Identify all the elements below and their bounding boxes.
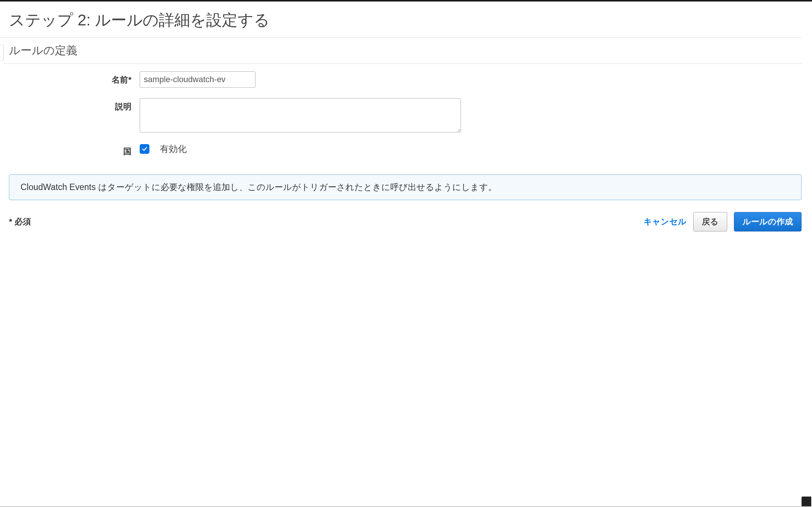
page-title: ステップ 2: ルールの詳細を設定する — [0, 1, 802, 38]
name-input[interactable] — [140, 71, 255, 88]
footer: * 必須 キャンセル 戻る ルールの作成 — [0, 208, 812, 231]
row-name: 名前* — [9, 71, 803, 88]
section-title-text: ルールの定義 — [9, 44, 77, 56]
row-description: 説明 — [9, 98, 803, 133]
info-banner: CloudWatch Events はターゲットに必要な権限を追加し、このルール… — [9, 174, 802, 200]
state-checkbox[interactable] — [140, 144, 149, 154]
cancel-link[interactable]: キャンセル — [644, 216, 687, 227]
state-enabled-label: 有効化 — [160, 143, 187, 155]
section-rule-definition: ルールの定義 — [4, 38, 802, 64]
check-icon — [142, 146, 148, 152]
label-state: 国 — [9, 143, 140, 157]
create-rule-button[interactable]: ルールの作成 — [734, 212, 802, 231]
label-description: 説明 — [9, 98, 140, 112]
row-state: 国 有効化 — [9, 143, 803, 157]
description-textarea[interactable] — [140, 98, 461, 133]
action-buttons: キャンセル 戻る ルールの作成 — [644, 212, 802, 231]
label-name: 名前* — [9, 71, 140, 85]
back-button[interactable]: 戻る — [693, 212, 727, 231]
required-note: * 必須 — [9, 216, 31, 227]
rule-definition-form: 名前* 説明 国 有効化 — [0, 64, 812, 171]
scroll-corner — [802, 497, 811, 507]
collapse-tab[interactable] — [0, 44, 4, 60]
